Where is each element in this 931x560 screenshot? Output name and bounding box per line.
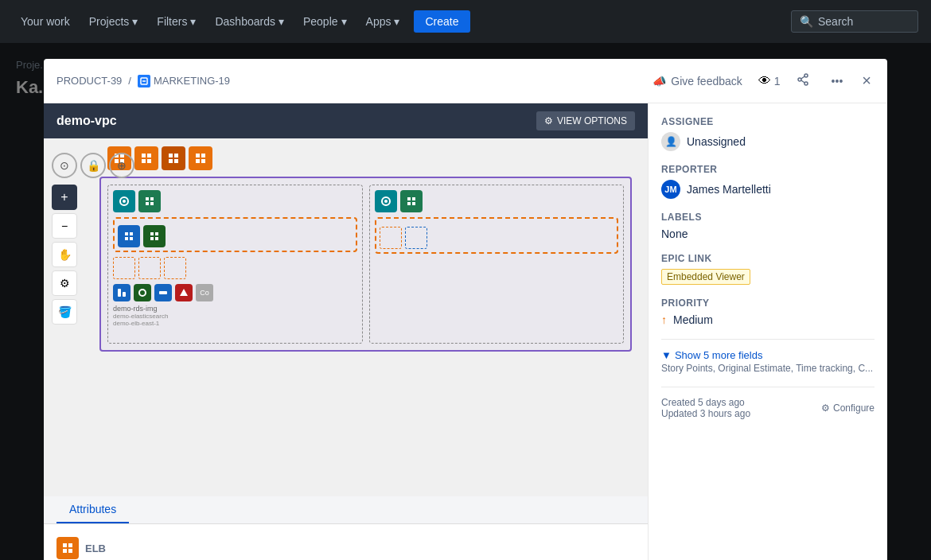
nav-filters[interactable]: Filters ▾ [149,10,204,33]
reporter-value: JM James Martelletti [661,180,875,199]
svc-icon-red-1 [175,284,193,301]
bucket-tool-button[interactable]: 🪣 [52,299,77,325]
svg-rect-47 [63,543,67,547]
timestamps: Created 5 days ago Updated 3 hours ago [661,397,750,419]
svg-point-4 [804,82,808,85]
svg-rect-20 [201,154,205,158]
subnet-icons-row [99,146,640,170]
assignee-section: Assignee 👤 Unassigned [661,116,875,151]
svg-point-42 [384,200,388,203]
inner-row-3 [380,227,614,249]
attributes-tabs: Attributes [44,496,648,524]
configure-gear-icon: ⚙ [821,402,830,414]
nav-projects[interactable]: Projects ▾ [81,10,146,33]
az-icon-green-2 [400,190,423,212]
ellipsis-icon: ••• [832,75,843,88]
az-box-2 [369,185,625,344]
vpc-header: demo-vpc ⚙ VIEW OPTIONS [44,103,648,138]
svg-rect-22 [201,159,205,163]
svc-icon-misc: Co [196,284,213,301]
header-actions: 📣 Give feedback 👁 1 ••• × [646,68,875,93]
az-sublabel-1: demo-elasticsearch [113,313,357,320]
svg-rect-28 [150,202,154,205]
projects-chevron-icon: ▾ [132,15,138,28]
created-text: Created 5 days ago [661,397,750,408]
nav-your-work[interactable]: Your work [13,10,78,33]
share-button[interactable] [790,70,816,91]
az-icon-green-1 [138,190,161,212]
priority-label: Priority [661,298,875,309]
share-icon [797,73,809,88]
breadcrumb-separator: / [128,75,131,87]
inner-box-5 [405,227,427,249]
nav-apps[interactable]: Apps ▾ [358,10,408,33]
tab-attributes[interactable]: Attributes [56,496,129,523]
elb-highlight-1 [113,217,357,252]
svg-line-5 [801,76,804,79]
elb-icon [56,537,79,559]
svg-rect-36 [155,237,158,240]
svc-icon-green-1 [143,225,166,247]
add-tool-button[interactable]: + [52,185,77,210]
chevron-down-icon: ▼ [661,349,672,361]
search-icon: 🔍 [800,15,813,28]
view-options-button[interactable]: ⚙ VIEW OPTIONS [536,111,635,130]
inner-box-4 [380,227,402,249]
configure-link[interactable]: ⚙ Configure [821,402,875,414]
svg-rect-26 [150,197,154,200]
minus-tool-button[interactable]: − [52,213,77,239]
settings-tool-button[interactable]: ⚙ [52,270,77,296]
show-more-fields-link[interactable]: ▼ Show 5 more fields [661,349,875,361]
svg-rect-45 [407,202,411,205]
network-diagram: Co demo-rds-img demo-elasticsearch demo-… [92,138,648,496]
svg-rect-50 [68,549,72,553]
subnet-icon-4 [189,146,212,170]
nav-dashboards[interactable]: Dashboards ▾ [207,10,292,33]
elb-highlight-2 [375,217,619,254]
labels-section: Labels None [661,212,875,240]
service-icons-1 [118,225,353,247]
more-options-button[interactable]: ••• [825,72,850,91]
apps-chevron-icon: ▾ [394,15,399,28]
inner-box-3 [164,257,186,279]
assignee-value: 👤 Unassigned [661,132,875,151]
svg-rect-21 [196,159,200,163]
create-button[interactable]: Create [414,10,469,33]
elb-section: ELB demo-gateway-elb demo-gateway-elb $1… [44,524,648,560]
svg-rect-33 [150,232,154,235]
circle-icon-1: ⊙ [52,153,77,178]
breadcrumb-parent[interactable]: PRODUCT-39 [56,75,122,87]
divider [661,339,875,340]
epic-link-badge[interactable]: Embedded Viewer [661,269,750,285]
right-panel: Assignee 👤 Unassigned Reporter JM James … [649,103,887,560]
views-section: 👁 1 [758,74,781,88]
svg-rect-11 [142,154,146,158]
give-feedback-button[interactable]: 📣 Give feedback [646,72,749,91]
gear-icon: ⚙ [544,115,553,126]
hand-tool-button[interactable]: ✋ [52,242,77,267]
svg-rect-18 [174,159,178,163]
close-button[interactable]: × [859,68,875,93]
modal: PRODUCT-39 / MARKETING-19 📣 Give feedbac… [44,59,887,560]
modal-body: demo-vpc ⚙ VIEW OPTIONS ⊙ 🔒 ⊕ [44,103,887,560]
breadcrumb-ticket[interactable]: MARKETING-19 [138,75,230,88]
inner-row-2: Co [113,284,357,301]
svg-line-6 [801,80,804,83]
toolbar: ⊙ 🔒 ⊕ + − ✋ ⚙ 🪣 [52,146,134,325]
svg-rect-15 [169,154,173,158]
svg-rect-48 [68,543,72,547]
top-nav: Your work Projects ▾ Filters ▾ Dashboard… [0,0,931,43]
subnet-icon-3 [162,146,185,170]
svg-rect-27 [146,202,149,205]
reporter-label: Reporter [661,164,875,175]
eye-icon: 👁 [758,74,771,88]
svg-rect-14 [147,159,151,163]
labels-value: None [661,228,875,240]
search-box[interactable]: 🔍 Search [791,10,918,33]
svg-point-39 [139,290,146,296]
az-icons-1 [113,190,357,212]
svg-rect-16 [174,154,178,158]
az-boxes: Co demo-rds-img demo-elasticsearch demo-… [107,185,624,344]
nav-people[interactable]: People ▾ [295,10,355,33]
svg-rect-43 [407,197,411,200]
